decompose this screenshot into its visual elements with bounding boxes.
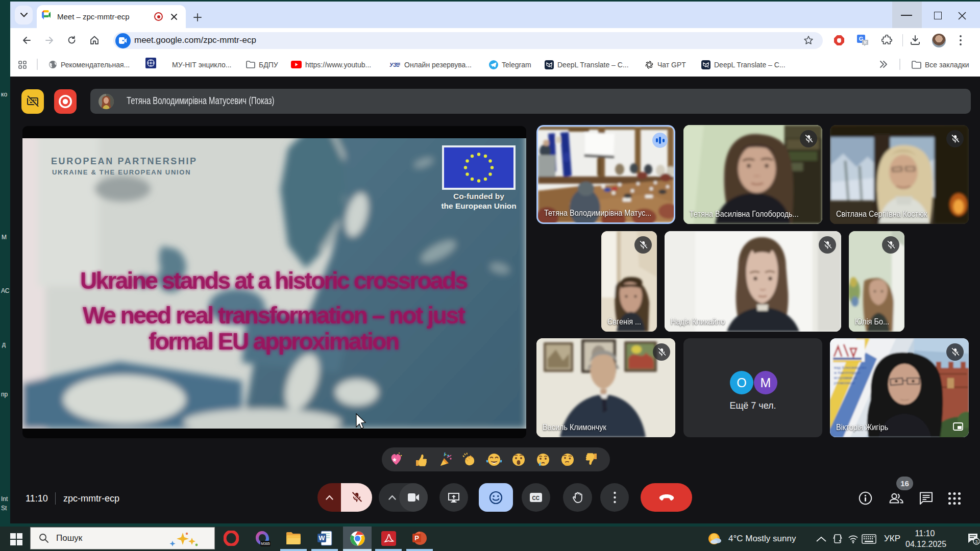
svg-text:вад Блнхзнвдлвз: вад Блнхзнвдлвз (834, 365, 866, 370)
svg-text:M365: M365 (261, 542, 270, 545)
svg-text:ртомооксаг: ртомооксаг (834, 381, 855, 385)
svg-text:EUROPEAN PARTNERSHIP: EUROPEAN PARTNERSHIP (51, 156, 198, 166)
svg-text:UKRAINE & THE EUROPEAN UNION: UKRAINE & THE EUROPEAN UNION (52, 168, 191, 176)
svg-text:ж Кмнтптадап: ж Кмнтптадап (834, 370, 861, 375)
svg-text:formal EU approximation: formal EU approximation (149, 328, 400, 355)
svg-text:вглухавкв ш: вглухавкв ш (834, 375, 857, 380)
svg-text:W: W (318, 534, 325, 542)
svg-text:Ukraine stands at a historic c: Ukraine stands at a historic crossroads (80, 267, 468, 294)
svg-text:P: P (414, 534, 419, 542)
svg-text:CC: CC (532, 495, 540, 501)
svg-text:УЗ: УЗ (389, 62, 397, 68)
svg-text:3: 3 (975, 539, 977, 544)
svg-text:We need real transformation –: We need real transformation – not just (83, 302, 465, 329)
svg-text:the European Union: the European Union (441, 202, 516, 210)
svg-text:Co-funded by: Co-funded by (453, 192, 504, 201)
